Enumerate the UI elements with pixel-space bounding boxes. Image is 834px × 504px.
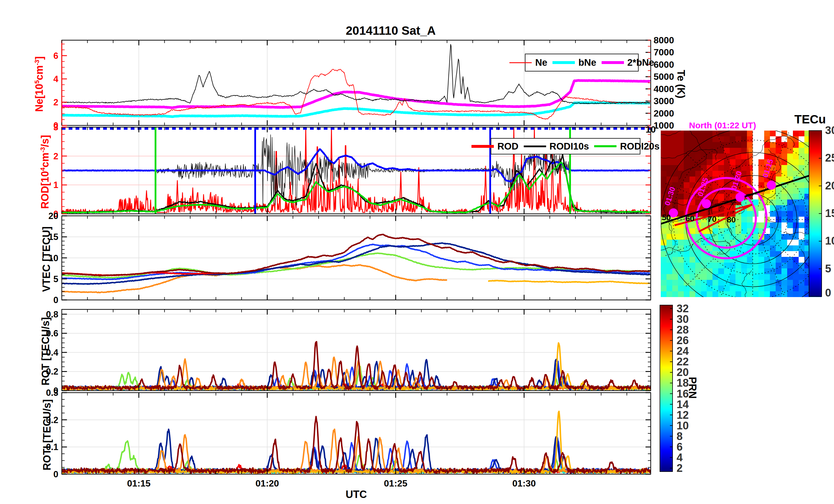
ylabel-vtec: VTEC [TECU]: [41, 226, 52, 292]
tick-label: 6: [53, 51, 58, 61]
legend-swatch: [594, 145, 616, 147]
tick-label: 3: [53, 122, 58, 132]
tick-label: 4: [53, 74, 59, 84]
panel-roti: [62, 393, 651, 474]
tick-label: 2: [53, 97, 58, 107]
tick-label: 10: [677, 420, 689, 432]
tick-label: 30: [825, 124, 834, 136]
tick-label: 01:25: [384, 478, 408, 488]
tick-label: 0: [825, 287, 831, 299]
map-title: North (01:22 UT): [675, 120, 770, 130]
tick-label: 3000: [654, 96, 674, 106]
legend-label: RODI10s: [550, 141, 589, 152]
tick-label: 12: [677, 409, 689, 421]
ylabel-ne: Ne[105cm-3]: [33, 56, 45, 112]
tick-label: 2: [677, 462, 683, 474]
tick-label: 50: [662, 213, 671, 222]
legend-swatch: [524, 145, 546, 147]
tick-label: 4: [677, 452, 683, 463]
track-time-dot: [736, 192, 745, 202]
tick-label: 28: [677, 324, 689, 336]
legend-label: bNe: [578, 57, 596, 68]
tick-label: 2000: [654, 108, 674, 118]
legend-rod-panel: RODRODI10sRODI20s: [491, 138, 640, 155]
legend-item-ROD: ROD: [471, 141, 518, 152]
legend-item-bNe: bNe: [552, 57, 596, 68]
tick-label: 1: [53, 180, 58, 190]
xaxis-label: UTC: [342, 488, 371, 501]
panel-vtec: [62, 216, 651, 300]
tick-label: 01:15: [127, 478, 151, 488]
tick-label: 20: [48, 211, 58, 221]
legend-label: Ne: [535, 57, 547, 68]
legend-item-2*bNe: 2*bNe: [601, 57, 655, 68]
legend-ne-panel: NebNe2*bNe: [525, 54, 639, 71]
panel-ne: [62, 40, 651, 125]
tecu-colorbar: 302520151050: [809, 124, 834, 299]
tick-label: 5: [53, 274, 58, 284]
tick-label: 15: [825, 207, 834, 219]
tick-label: 6: [677, 441, 683, 453]
tick-label: 26: [677, 335, 689, 346]
tick-label: 8000: [654, 35, 674, 45]
tick-label: 7000: [654, 47, 674, 58]
tick-label: 0.3: [46, 388, 58, 398]
tick-label: 0: [53, 469, 58, 479]
tick-label: 10: [645, 124, 656, 135]
legend-item-RODI20s: RODI20s: [594, 141, 660, 152]
tick-label: 10: [825, 235, 834, 247]
tick-label: 20: [825, 180, 834, 192]
legend-label: RODI20s: [620, 141, 660, 152]
ylabel-rot: ROT [TECU/s]: [40, 317, 52, 386]
tick-label: 4000: [654, 84, 674, 94]
tick-label: 24: [677, 345, 689, 357]
legend-item-Ne: Ne: [509, 57, 547, 68]
ylabel-roti: ROTI [TECU/s]: [41, 399, 53, 471]
tick-label: 70: [708, 215, 717, 224]
prn-colorbar: 3230282624222018161412108642: [660, 302, 689, 474]
track-time-dot: [702, 199, 711, 208]
ylabel-prn: PRN: [686, 377, 698, 399]
legend-swatch: [601, 61, 624, 64]
xaxis: 01:1501:2001:2501:30: [127, 478, 536, 488]
tick-label: 1000: [654, 120, 674, 131]
legend-item-RODI10s: RODI10s: [524, 141, 589, 152]
tick-label: 14: [677, 398, 689, 410]
ylabel-rod: ROD[104cm-3/s]: [39, 135, 51, 209]
legend-swatch: [471, 145, 494, 148]
tick-label: 60: [685, 214, 694, 223]
tick-label: 30: [677, 313, 689, 325]
tick-label: 2: [53, 151, 58, 161]
tecu-title: TECu: [794, 113, 826, 126]
tick-label: 25: [825, 152, 834, 164]
tick-label: 01:20: [256, 478, 279, 488]
panel-rot: [62, 310, 651, 391]
ylabel-te: Te (K): [675, 70, 687, 98]
track-time-dot: [767, 181, 776, 190]
legend-label: 2*bNe: [628, 57, 655, 68]
tick-label: 8: [677, 430, 683, 442]
figure-root: { "title": "20141110 Sat_A", "xaxis": { …: [0, 0, 834, 504]
tick-label: 5000: [654, 71, 674, 82]
tick-label: 6000: [654, 60, 674, 70]
legend-swatch: [552, 61, 575, 64]
tick-label: 01:30: [512, 478, 536, 488]
tick-label: 80: [727, 215, 736, 224]
legend-label: ROD: [497, 141, 518, 152]
tick-label: 22: [677, 356, 689, 368]
legend-swatch: [509, 62, 532, 63]
plot-canvas: 024601230510152000.20.40.60.800.10.20.30…: [0, 0, 834, 504]
tick-label: 0: [53, 295, 58, 305]
tick-label: 5: [825, 262, 831, 275]
tick-label: 32: [677, 302, 689, 315]
